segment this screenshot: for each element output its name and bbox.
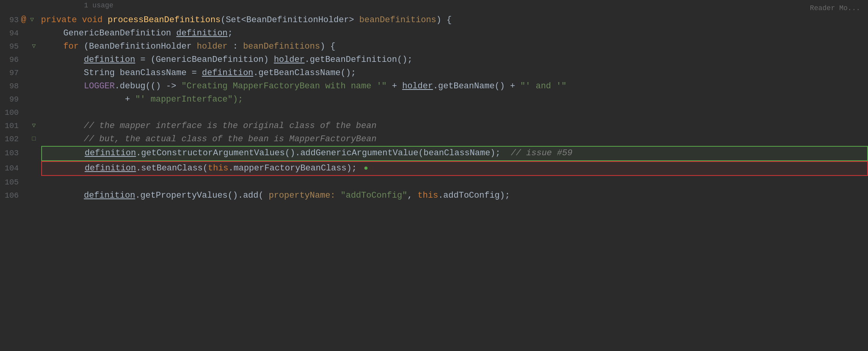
line-98-content: LOGGER.debug(() -> "Creating MapperFacto…	[41, 80, 868, 93]
code-line-93: 93 @ ▽ private void processBeanDefinitio…	[0, 13, 868, 27]
line-94-content: GenericBeanDefinition definition;	[41, 27, 868, 40]
code-line-101: 101 ▽ // the mapper interface is the ori…	[0, 119, 868, 133]
code-line-104: 104 definition.setBeanClass(this.mapperF…	[0, 161, 868, 176]
code-line-96: 96 definition = (GenericBeanDefinition) …	[0, 53, 868, 67]
usage-hint: 1 usage	[41, 0, 114, 11]
usage-hint-line: 1 usage	[0, 0, 868, 13]
code-line-105: 105	[0, 176, 868, 189]
fold-95[interactable]: ▽	[30, 42, 37, 51]
fold-102[interactable]: □	[30, 134, 37, 144]
line-number-105: 105	[0, 176, 19, 188]
line-number-100: 100	[0, 107, 19, 119]
line-95-content: for (BeanDefinitionHolder holder : beanD…	[41, 40, 868, 53]
code-line-94: 94 GenericBeanDefinition definition;	[0, 27, 868, 40]
line-104-content: definition.setBeanClass(this.mapperFacto…	[41, 161, 868, 176]
line-number-98: 98	[0, 80, 19, 92]
code-area: 1 usage 93 @ ▽ private void processBeanD…	[0, 0, 868, 202]
line-number-94: 94	[0, 27, 19, 39]
code-editor: Reader Mo... 1 usage 93 @ ▽ private void…	[0, 0, 868, 351]
line-101-content: // the mapper interface is the original …	[41, 119, 868, 133]
line-number-93: 93	[0, 14, 19, 26]
line-number-101: 101	[0, 120, 19, 132]
code-line-102: 102 □ // but, the actual class of the be…	[0, 133, 868, 146]
fold-101[interactable]: ▽	[30, 121, 37, 131]
line-103-content: definition.getConstructorArgumentValues(…	[41, 146, 868, 161]
code-line-103: 103 definition.getConstructorArgumentVal…	[0, 146, 868, 161]
code-line-100: 100	[0, 106, 868, 119]
breakpoint-icon-93[interactable]: @	[21, 13, 26, 26]
line-97-content: String beanClassName = definition.getBea…	[41, 67, 868, 80]
line-96-content: definition = (GenericBeanDefinition) hol…	[41, 53, 868, 67]
line-number-95: 95	[0, 40, 19, 53]
fold-93: ▽	[28, 15, 35, 25]
line-99-content: + "' mapperInterface");	[41, 93, 868, 106]
code-line-99: 99 + "' mapperInterface");	[0, 93, 868, 106]
code-line-95: 95 ▽ for (BeanDefinitionHolder holder : …	[0, 40, 868, 53]
line-102-content: // but, the actual class of the bean is …	[41, 133, 868, 146]
line-105-content	[41, 176, 868, 189]
line-number-104: 104	[0, 162, 19, 174]
line-number-96: 96	[0, 54, 19, 66]
line-number-99: 99	[0, 93, 19, 105]
line-number-102: 102	[0, 133, 19, 145]
code-line-98: 98 LOGGER.debug(() -> "Creating MapperFa…	[0, 80, 868, 93]
code-line-106: 106 definition.getPropertyValues().add( …	[0, 189, 868, 202]
code-line-97: 97 String beanClassName = definition.get…	[0, 67, 868, 80]
line-number-97: 97	[0, 67, 19, 79]
line-100-content	[41, 106, 868, 119]
line-number-103: 103	[0, 147, 19, 159]
line-93-content: private void processBeanDefinitions(Set<…	[39, 14, 868, 27]
line-106-content: definition.getPropertyValues().add( prop…	[41, 189, 868, 202]
line-number-106: 106	[0, 190, 19, 202]
